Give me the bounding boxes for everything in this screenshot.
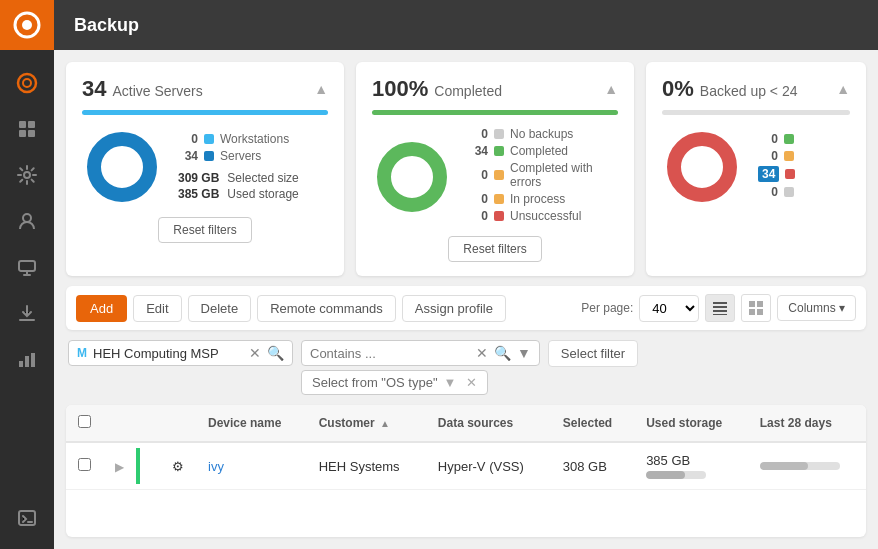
- contains-filter: ✕ 🔍 ▼: [301, 340, 540, 366]
- data-sources-header[interactable]: Data sources: [426, 405, 551, 442]
- completed-label: Completed: [434, 83, 502, 99]
- expand-header: [103, 405, 136, 442]
- card-body-backed: 0 0 34 0: [662, 127, 850, 207]
- company-filter-icon: M: [77, 346, 87, 360]
- clear-contains-icon[interactable]: ✕: [476, 345, 488, 361]
- svg-rect-27: [757, 301, 763, 307]
- svg-point-8: [24, 172, 30, 178]
- card-title-backed: 0% Backed up < 24: [662, 76, 797, 102]
- list-view-btn[interactable]: [705, 294, 735, 322]
- edit-button[interactable]: Edit: [133, 295, 181, 322]
- search-contains-icon[interactable]: 🔍: [494, 345, 511, 361]
- select-filter-button[interactable]: Select filter: [548, 340, 638, 367]
- customer-header[interactable]: Customer ▲: [307, 405, 426, 442]
- row-device-name-cell: ivy: [196, 442, 307, 490]
- completed-card: 100% Completed ▲: [356, 62, 634, 276]
- backed-stat-1: 0: [758, 132, 850, 146]
- row-gear-icon[interactable]: ⚙: [172, 459, 184, 474]
- os-type-clear[interactable]: ✕: [466, 375, 477, 390]
- assign-profile-button[interactable]: Assign profile: [402, 295, 506, 322]
- card-body-completed: 0 No backups 34 Completed 0 Compl: [372, 127, 618, 226]
- row-expand-btn[interactable]: ▶: [115, 460, 124, 474]
- active-servers-progress: [82, 110, 328, 115]
- action-toolbar: Add Edit Delete Remote commands Assign p…: [66, 286, 866, 330]
- reset-filters-btn-completed[interactable]: Reset filters: [448, 236, 541, 262]
- completed-card-collapse[interactable]: ▲: [604, 81, 618, 97]
- stat-completed-errors: 0 Completed with errors: [468, 161, 618, 189]
- row-indicator-cell: [136, 442, 160, 490]
- remote-commands-button[interactable]: Remote commands: [257, 295, 396, 322]
- clear-company-icon[interactable]: ✕: [249, 345, 261, 361]
- reset-btn-row-completed: Reset filters: [372, 236, 618, 262]
- storage-bar: [646, 471, 706, 479]
- svg-rect-12: [25, 356, 29, 367]
- backed-up-card: 0% Backed up < 24 ▲ 0: [646, 62, 866, 276]
- backed-card-collapse[interactable]: ▲: [836, 81, 850, 97]
- company-filter: M ✕ 🔍: [68, 340, 293, 366]
- backed-label: Backed up < 24: [700, 83, 798, 99]
- indicator-header: [136, 405, 160, 442]
- sidebar-item-download[interactable]: [0, 290, 54, 336]
- row-used-storage-cell: 385 GB: [634, 442, 748, 490]
- contains-filter-input[interactable]: [310, 346, 470, 361]
- backed-donut: [662, 127, 742, 207]
- used-storage-header[interactable]: Used storage: [634, 405, 748, 442]
- card-collapse-arrow[interactable]: ▲: [314, 81, 328, 97]
- backed-progress: [662, 110, 850, 115]
- svg-point-19: [396, 161, 428, 193]
- sidebar-item-grid[interactable]: [0, 106, 54, 152]
- sidebar: [0, 0, 54, 549]
- svg-rect-13: [31, 353, 35, 367]
- storage-info: 309 GB Selected size 385 GB Used storage: [178, 171, 328, 201]
- completed-number: 100%: [372, 76, 428, 102]
- sidebar-item-device[interactable]: [0, 244, 54, 290]
- card-body-active: 0 Workstations 34 Servers 309 GB: [82, 127, 328, 207]
- sidebar-item-dashboard[interactable]: [0, 60, 54, 106]
- completed-donut: [372, 137, 452, 217]
- dropdown-contains-icon[interactable]: ▼: [517, 345, 531, 361]
- card-header-active: 34 Active Servers ▲: [82, 76, 328, 102]
- svg-rect-28: [749, 309, 755, 315]
- sidebar-item-users[interactable]: [0, 198, 54, 244]
- row-checkbox[interactable]: [78, 458, 91, 471]
- table-row: ▶ ⚙ ivy HEH Systems Hyper-V (VSS): [66, 442, 866, 490]
- svg-point-9: [23, 214, 31, 222]
- svg-rect-23: [713, 306, 727, 308]
- backed-number: 0%: [662, 76, 694, 102]
- company-filter-input[interactable]: [93, 346, 243, 361]
- sidebar-item-settings[interactable]: [0, 152, 54, 198]
- selected-header[interactable]: Selected: [551, 405, 634, 442]
- svg-rect-7: [28, 130, 35, 137]
- storage-bar-fill: [646, 471, 685, 479]
- row-selected-cell: 308 GB: [551, 442, 634, 490]
- detail-view-btn[interactable]: [741, 294, 771, 322]
- per-page-select[interactable]: 40 20 100: [639, 295, 699, 322]
- stats-cards: 34 Active Servers ▲: [66, 62, 866, 276]
- svg-rect-11: [19, 361, 23, 367]
- delete-button[interactable]: Delete: [188, 295, 252, 322]
- os-type-label: Select from "OS type": [312, 375, 438, 390]
- select-all-checkbox[interactable]: [78, 415, 91, 428]
- os-type-select[interactable]: Select from "OS type" ▼ ✕: [301, 370, 488, 395]
- sidebar-item-chart[interactable]: [0, 336, 54, 382]
- row-gear-cell: ⚙: [160, 442, 196, 490]
- columns-button[interactable]: Columns ▾: [777, 295, 856, 321]
- last-28-days-header[interactable]: Last 28 days: [748, 405, 866, 442]
- main-area: Backup 34 Active Servers ▲: [54, 0, 878, 549]
- card-title-active: 34 Active Servers: [82, 76, 203, 102]
- used-storage-row: 385 GB Used storage: [178, 187, 328, 201]
- sidebar-item-terminal[interactable]: [0, 495, 54, 541]
- device-name-header[interactable]: Device name: [196, 405, 307, 442]
- select-all-header: [66, 405, 103, 442]
- svg-rect-14: [19, 511, 35, 525]
- add-button[interactable]: Add: [76, 295, 127, 322]
- search-company-icon[interactable]: 🔍: [267, 345, 284, 361]
- stat-no-backups: 0 No backups: [468, 127, 618, 141]
- reset-filters-btn-active[interactable]: Reset filters: [158, 217, 251, 243]
- row-customer-cell: HEH Systems: [307, 442, 426, 490]
- completed-progress: [372, 110, 618, 115]
- active-servers-label: Active Servers: [112, 83, 202, 99]
- svg-rect-24: [713, 310, 727, 312]
- device-name-link[interactable]: ivy: [208, 459, 224, 474]
- card-title-completed: 100% Completed: [372, 76, 502, 102]
